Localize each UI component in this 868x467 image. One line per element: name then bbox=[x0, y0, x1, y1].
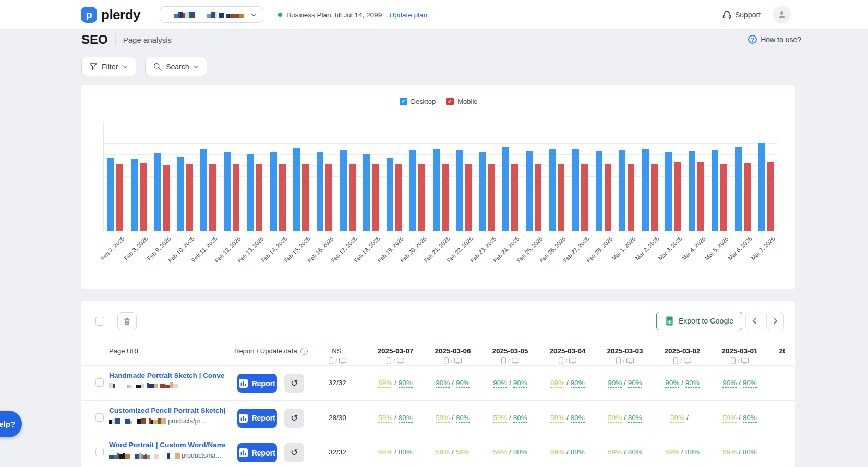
plerdy-logo[interactable]: p plerdy bbox=[81, 7, 140, 23]
next-page-button[interactable] bbox=[766, 312, 784, 330]
score-desktop[interactable]: 80% bbox=[628, 448, 642, 457]
score-mobile[interactable]: 59% bbox=[608, 414, 622, 423]
question-icon: ? bbox=[748, 35, 757, 44]
select-all-checkbox[interactable] bbox=[95, 317, 104, 326]
score-mobile[interactable]: 90% bbox=[722, 379, 737, 388]
score-mobile[interactable]: 59% bbox=[665, 448, 679, 457]
score-desktop[interactable]: 80% bbox=[571, 414, 585, 423]
score-mobile[interactable]: 90% bbox=[608, 379, 622, 388]
score-desktop[interactable]: 80% bbox=[456, 414, 470, 423]
update-plan-link[interactable]: Update plan bbox=[389, 11, 427, 19]
bar-mobile bbox=[581, 164, 588, 231]
export-label: Export to Google bbox=[679, 317, 733, 325]
score-desktop[interactable]: 90% bbox=[743, 379, 757, 388]
score-desktop[interactable]: 80% bbox=[628, 414, 642, 423]
page-url-link[interactable]: Handmade Portrait Sketch | Convert P... bbox=[109, 372, 225, 379]
score-mobile[interactable]: 59% bbox=[493, 448, 507, 457]
update-data-button[interactable]: ↺ bbox=[284, 409, 304, 428]
user-avatar[interactable] bbox=[773, 6, 791, 23]
score-desktop[interactable]: 80% bbox=[513, 448, 527, 457]
row-checkbox[interactable] bbox=[95, 413, 104, 422]
filter-button[interactable]: Filter bbox=[81, 57, 136, 76]
score-mobile[interactable]: 59% bbox=[550, 448, 564, 457]
headset-icon bbox=[722, 10, 731, 19]
score-desktop[interactable]: 80% bbox=[571, 448, 585, 457]
score-mobile[interactable]: 90% bbox=[436, 379, 450, 388]
legend-checkbox-desktop[interactable]: ✓ bbox=[400, 98, 407, 105]
support-button[interactable]: Support bbox=[722, 10, 761, 19]
bar-desktop bbox=[317, 152, 323, 231]
project-name-redacted bbox=[166, 11, 244, 18]
score-missing: – bbox=[690, 414, 694, 422]
score-mobile[interactable]: 59% bbox=[670, 414, 684, 423]
help-chat-bubble[interactable]: help? bbox=[0, 411, 22, 437]
redacted-pixel-block bbox=[162, 453, 167, 459]
column-header-report: Report / Update data i bbox=[234, 347, 308, 355]
redacted-pixel-block bbox=[207, 14, 211, 18]
bar-desktop bbox=[502, 147, 509, 231]
score-mobile[interactable]: 59% bbox=[608, 448, 622, 457]
redacted-pixel-block bbox=[149, 384, 154, 388]
redacted-pixel-block bbox=[130, 453, 135, 459]
search-button[interactable]: Search bbox=[145, 57, 207, 76]
score-mobile[interactable]: 59% bbox=[722, 448, 737, 457]
score-desktop[interactable]: 90% bbox=[685, 379, 700, 388]
update-data-button[interactable]: ↺ bbox=[284, 443, 304, 462]
score-desktop[interactable]: 90% bbox=[456, 379, 470, 388]
row-checkbox[interactable] bbox=[95, 448, 104, 456]
score-separator: / bbox=[450, 379, 455, 387]
report-button[interactable]: Report bbox=[237, 443, 277, 462]
device-icons: / bbox=[596, 357, 654, 364]
info-icon[interactable]: i bbox=[300, 348, 308, 355]
export-to-google-button[interactable]: Export to Google bbox=[656, 312, 742, 330]
score-mobile[interactable]: 69% bbox=[378, 379, 392, 388]
score-desktop[interactable]: 80% bbox=[743, 414, 757, 423]
redacted-pixel-block bbox=[132, 382, 136, 388]
row-checkbox[interactable] bbox=[95, 378, 104, 387]
report-button[interactable]: Report bbox=[237, 374, 277, 393]
bar-mobile bbox=[326, 164, 332, 231]
score-desktop[interactable]: 80% bbox=[513, 414, 527, 423]
redacted-pixel-block bbox=[115, 382, 120, 388]
score-mobile[interactable]: 59% bbox=[550, 414, 564, 423]
redacted-pixel-block bbox=[189, 12, 195, 18]
score-mobile[interactable]: 59% bbox=[493, 414, 507, 423]
score-desktop[interactable]: 90% bbox=[399, 379, 413, 388]
score-desktop[interactable]: 80% bbox=[399, 414, 413, 423]
score-desktop[interactable]: 59% bbox=[456, 448, 470, 457]
redacted-pixel-block bbox=[219, 13, 224, 18]
score-mobile[interactable]: 90% bbox=[493, 379, 507, 388]
score-desktop[interactable]: 80% bbox=[399, 448, 413, 457]
update-data-button[interactable]: ↺ bbox=[284, 374, 304, 393]
legend-item-mobile[interactable]: ✓Mobile bbox=[446, 98, 477, 105]
bar-desktop bbox=[177, 157, 184, 231]
project-selector-dropdown[interactable] bbox=[160, 6, 263, 23]
report-button[interactable]: Report bbox=[237, 409, 277, 428]
score-mobile[interactable]: 59% bbox=[378, 448, 392, 457]
score-mobile[interactable]: 90% bbox=[665, 379, 679, 388]
table-row: Customized Pencil Portrait Sketch| C...p… bbox=[81, 400, 795, 435]
legend-item-desktop[interactable]: ✓Desktop bbox=[400, 98, 436, 105]
previous-page-button[interactable] bbox=[745, 312, 763, 330]
redacted-pixel-block bbox=[211, 12, 215, 18]
redacted-pixel-block bbox=[154, 454, 159, 459]
score-mobile[interactable]: 59% bbox=[378, 414, 392, 423]
score-mobile[interactable]: 59% bbox=[436, 414, 450, 423]
score-mobile[interactable]: 59% bbox=[436, 448, 450, 457]
page-url-link[interactable]: Customized Pencil Portrait Sketch| C... bbox=[109, 406, 225, 414]
legend-checkbox-mobile[interactable]: ✓ bbox=[446, 98, 454, 105]
bar-desktop bbox=[526, 151, 533, 231]
score-mobile[interactable]: 59% bbox=[722, 414, 737, 423]
delete-button[interactable] bbox=[117, 312, 137, 330]
score-desktop[interactable]: 90% bbox=[571, 379, 585, 388]
score-desktop[interactable]: 90% bbox=[628, 379, 642, 388]
page: p plerdy Business Plan, till Jul 14, 209… bbox=[0, 0, 868, 467]
score-desktop[interactable]: 90% bbox=[513, 379, 527, 388]
score-mobile[interactable]: 69% bbox=[550, 379, 564, 388]
page-url-link[interactable]: Word Portrait | Custom Word/Name P... bbox=[109, 441, 225, 449]
how-to-use-link[interactable]: ? How to use? bbox=[748, 35, 801, 44]
score-desktop[interactable]: 80% bbox=[743, 448, 757, 457]
score-desktop[interactable]: 80% bbox=[685, 448, 700, 457]
bar-mobile bbox=[302, 164, 309, 231]
redacted-pixel-block bbox=[159, 453, 163, 459]
